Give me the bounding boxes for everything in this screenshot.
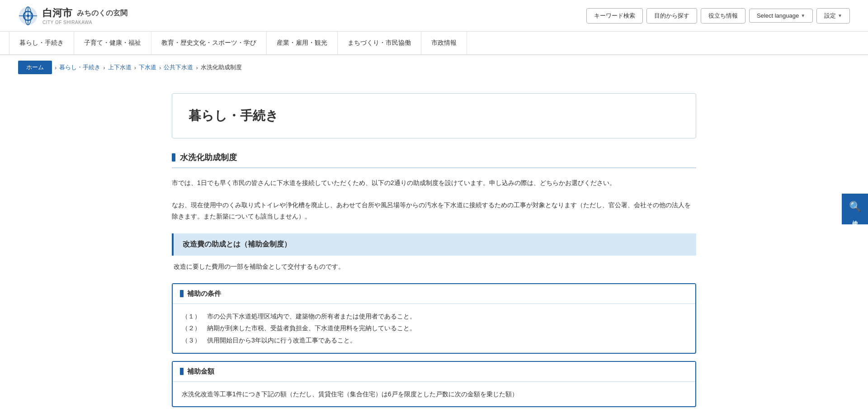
city-name: 白河市 <box>42 6 72 20</box>
breadcrumb-link-water[interactable]: 上下水道 <box>108 63 132 71</box>
logo-text: 白河市 みちのくの玄関 CITY OF SHIRAKAWA <box>42 6 127 25</box>
language-select-button[interactable]: Select language ▼ <box>749 9 813 23</box>
main-content: 暮らし・手続き 水洗化助成制度 市では、1日でも早く市民の皆さんに下水道を接続し… <box>172 93 696 414</box>
search-icon: 🔍 <box>849 201 861 213</box>
subsidy-icon <box>180 368 184 375</box>
section-title-icon <box>172 153 175 162</box>
logo-icon <box>18 6 38 26</box>
breadcrumb-current: 水洗化助成制度 <box>201 63 242 71</box>
condition-box-1: 補助の条件 （１） 市の公共下水道処理区域内で、建築物の所有者または使用者である… <box>172 283 696 354</box>
subsidy-heading-text: 補助金額 <box>187 367 214 376</box>
intro-text-2: なお、現在使用中のくみ取り式トイレや浄化槽を廃止し、あわせて台所や風呂場等からの… <box>172 200 696 222</box>
breadcrumb-sep-3: › <box>134 64 136 71</box>
breadcrumb-sep-1: › <box>55 64 57 71</box>
breadcrumb-sep-5: › <box>196 64 198 71</box>
nav-item-community[interactable]: まちづくり・市民協働 <box>338 32 421 54</box>
city-name-en: CITY OF SHIRAKAWA <box>42 20 127 25</box>
condition-box-body-1: （１） 市の公共下水道処理区域内で、建築物の所有者または使用者であること。 （２… <box>173 304 695 353</box>
header: 白河市 みちのくの玄関 CITY OF SHIRAKAWA キーワード検索 目的… <box>0 0 868 32</box>
logo: 白河市 みちのくの玄関 CITY OF SHIRAKAWA <box>18 6 127 26</box>
purpose-search-button[interactable]: 目的から探す <box>646 8 697 24</box>
page-title-box: 暮らし・手続き <box>172 93 696 138</box>
condition-icon <box>180 290 184 297</box>
intro-text-1: 市では、1日でも早く市民の皆さんに下水道を接続していただくため、以下の2通りの助… <box>172 177 696 189</box>
sub-section-body-1: 改造に要した費用の一部を補助金として交付するものです。 <box>172 261 696 272</box>
nav-item-industry[interactable]: 産業・雇用・観光 <box>267 32 338 54</box>
condition-box-header-1: 補助の条件 <box>173 284 695 304</box>
city-tagline: みちのくの玄関 <box>77 9 127 18</box>
section-title-text: 水洗化助成制度 <box>180 152 237 163</box>
chevron-down-icon: ▼ <box>838 13 842 18</box>
breadcrumb-home[interactable]: ホーム <box>18 61 52 74</box>
keyword-search-button[interactable]: キーワード検索 <box>586 8 643 24</box>
subsidy-box: 補助金額 水洗化改造等工事1件につき下記の額（ただし、賃貸住宅（集合住宅）は6戸… <box>172 361 696 408</box>
useful-info-button[interactable]: 役立ち情報 <box>701 8 745 24</box>
nav-item-education[interactable]: 教育・歴史文化・スポーツ・学び <box>151 32 267 54</box>
main-nav: 暮らし・手続き 子育て・健康・福祉 教育・歴史文化・スポーツ・学び 産業・雇用・… <box>0 32 868 55</box>
section-heading: 水洗化助成制度 <box>172 152 696 168</box>
nav-item-living[interactable]: 暮らし・手続き <box>9 32 74 54</box>
subsidy-box-body: 水洗化改造等工事1件につき下記の額（ただし、賃貸住宅（集合住宅）は6戸を限度とし… <box>173 382 695 407</box>
nav-item-childcare[interactable]: 子育て・健康・福祉 <box>74 32 151 54</box>
condition-item-1: （１） 市の公共下水道処理区域内で、建築物の所有者または使用者であること。 <box>182 310 686 323</box>
svg-point-5 <box>27 14 29 17</box>
sub-section-header-1: 改造費の助成とは（補助金制度） <box>172 233 696 256</box>
breadcrumb-link-public-sewage[interactable]: 公共下水道 <box>164 63 193 71</box>
side-search-panel[interactable]: 🔍 検索 <box>842 194 868 224</box>
breadcrumb: ホーム › 暮らし・手続き › 上下水道 › 下水道 › 公共下水道 › 水洗化… <box>0 55 868 80</box>
sub-section-subsidy: 改造費の助成とは（補助金制度） 改造に要した費用の一部を補助金として交付するもの… <box>172 233 696 272</box>
chevron-down-icon: ▼ <box>801 13 805 18</box>
subsidy-box-header: 補助金額 <box>173 362 695 382</box>
breadcrumb-sep-2: › <box>103 64 105 71</box>
side-search-label: 検索 <box>851 215 859 217</box>
nav-item-city-info[interactable]: 市政情報 <box>421 32 467 54</box>
header-nav: キーワード検索 目的から探す 役立ち情報 Select language ▼ 設… <box>586 8 850 24</box>
condition-item-2: （２） 納期が到来した市税、受益者負担金、下水道使用料を完納していること。 <box>182 322 686 334</box>
condition-heading-text: 補助の条件 <box>187 290 221 298</box>
settings-button[interactable]: 設定 ▼ <box>816 8 850 24</box>
content-wrapper: 暮らし・手続き 水洗化助成制度 市では、1日でも早く市民の皆さんに下水道を接続し… <box>154 80 714 418</box>
page-title: 暮らし・手続き <box>189 107 679 124</box>
breadcrumb-link-sewage[interactable]: 下水道 <box>139 63 156 71</box>
subsidy-body-text: 水洗化改造等工事1件につき下記の額（ただし、賃貸住宅（集合住宅）は6戸を限度とし… <box>182 388 686 400</box>
breadcrumb-link-living[interactable]: 暮らし・手続き <box>59 63 100 71</box>
breadcrumb-sep-4: › <box>159 64 161 71</box>
condition-item-3: （３） 供用開始日から3年以内に行う改造工事であること。 <box>182 334 686 347</box>
